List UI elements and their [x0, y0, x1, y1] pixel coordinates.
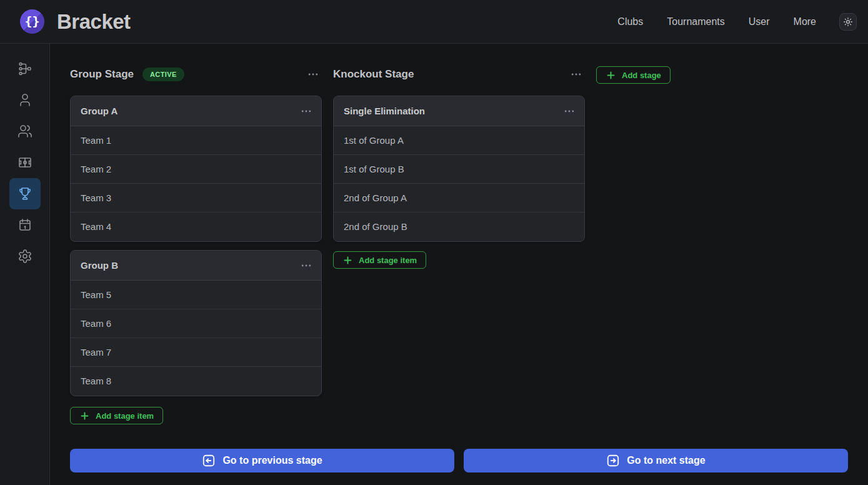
stage-navigation: Go to previous stage Go to next stage	[70, 449, 848, 472]
sidebar-item-players[interactable]	[9, 116, 41, 147]
group-a-card: Group A Team 1 Team 2 Team 3 Team 4	[70, 96, 322, 242]
slot-row: 1st of Group A	[334, 126, 584, 155]
trophy-icon	[17, 186, 32, 201]
ellipsis-icon	[300, 105, 312, 118]
sidebar-item-courts[interactable]	[9, 147, 41, 178]
team-row: Team 7	[71, 338, 321, 367]
sidebar-item-settings[interactable]	[9, 241, 41, 272]
field-icon	[17, 155, 32, 170]
sidebar-item-stages-flow[interactable]	[9, 53, 41, 84]
add-stage-column: Add stage	[596, 66, 848, 84]
add-stage-item-label: Add stage item	[359, 256, 417, 265]
single-elimination-title: Single Elimination	[344, 106, 425, 116]
add-stage-item-label: Add stage item	[96, 411, 154, 421]
team-row: Team 6	[71, 309, 321, 338]
add-stage-button[interactable]: Add stage	[596, 66, 671, 84]
active-status-badge: ACTIVE	[142, 68, 184, 81]
plus-icon	[342, 255, 353, 266]
nav-more[interactable]: More	[784, 11, 826, 32]
next-stage-button[interactable]: Go to next stage	[464, 449, 848, 472]
group-b-card: Group B Team 5 Team 6 Team 7 Team 8	[70, 250, 322, 396]
sidebar-item-user[interactable]	[9, 84, 41, 116]
app-title: Bracket	[57, 10, 131, 34]
main-content: Group Stage ACTIVE Group A	[50, 44, 868, 485]
theme-toggle-button[interactable]	[839, 13, 857, 31]
previous-stage-label: Go to previous stage	[222, 455, 322, 466]
knockout-stage-column: Knockout Stage Single Elimination	[333, 66, 585, 269]
group-a-title: Group A	[81, 106, 117, 116]
sidebar-item-schedule[interactable]	[9, 209, 41, 241]
team-row: Team 5	[71, 281, 321, 309]
flow-icon	[17, 61, 32, 76]
previous-stage-button[interactable]: Go to previous stage	[70, 449, 454, 472]
team-row: Team 3	[71, 184, 321, 212]
users-icon	[17, 124, 32, 139]
knockout-stage-header: Knockout Stage	[333, 66, 585, 83]
ellipsis-icon	[300, 259, 312, 272]
app-logo: {}	[20, 9, 44, 34]
group-b-title: Group B	[81, 260, 118, 271]
add-stage-item-button-group[interactable]: Add stage item	[70, 407, 163, 424]
team-row: Team 8	[71, 367, 321, 396]
group-a-menu-button[interactable]	[297, 104, 315, 119]
slot-row: 1st of Group B	[334, 155, 584, 184]
next-stage-label: Go to next stage	[627, 455, 705, 466]
plus-icon	[606, 70, 616, 81]
arrow-right-square-icon	[606, 454, 620, 468]
sidebar-item-tournament[interactable]	[9, 178, 41, 209]
ellipsis-icon	[570, 68, 582, 81]
nav-user[interactable]: User	[739, 11, 779, 32]
single-elimination-menu-button[interactable]	[561, 104, 578, 119]
add-stage-label: Add stage	[622, 71, 661, 80]
team-row: Team 4	[71, 212, 321, 241]
ellipsis-icon	[563, 105, 576, 118]
top-navigation: Clubs Tournaments User More	[608, 11, 857, 32]
user-icon	[17, 92, 32, 108]
sun-icon	[843, 17, 853, 27]
logo-braces-glyph: {}	[24, 15, 39, 29]
group-stage-menu-button[interactable]	[304, 67, 322, 82]
sidebar	[0, 44, 50, 485]
slot-row: 2nd of Group B	[334, 212, 584, 241]
ellipsis-icon	[307, 68, 319, 81]
settings-gear-icon	[17, 249, 32, 264]
plus-icon	[79, 411, 90, 421]
group-b-menu-button[interactable]	[297, 258, 315, 273]
add-stage-item-button-knockout[interactable]: Add stage item	[333, 251, 426, 269]
single-elimination-card: Single Elimination 1st of Group A 1st of…	[333, 96, 585, 242]
brand: {} Bracket	[20, 9, 131, 34]
team-row: Team 1	[71, 126, 321, 155]
nav-tournaments[interactable]: Tournaments	[657, 11, 734, 32]
app-header: {} Bracket Clubs Tournaments User More	[0, 0, 868, 44]
calendar-icon	[17, 218, 32, 232]
slot-row: 2nd of Group A	[334, 184, 584, 212]
nav-clubs[interactable]: Clubs	[608, 11, 652, 32]
team-row: Team 2	[71, 155, 321, 184]
knockout-stage-title: Knockout Stage	[333, 68, 414, 81]
knockout-stage-menu-button[interactable]	[567, 67, 585, 82]
group-stage-title: Group Stage	[70, 68, 134, 81]
arrow-left-square-icon	[202, 454, 216, 468]
group-stage-header: Group Stage ACTIVE	[70, 66, 322, 83]
group-stage-column: Group Stage ACTIVE Group A	[70, 66, 322, 424]
